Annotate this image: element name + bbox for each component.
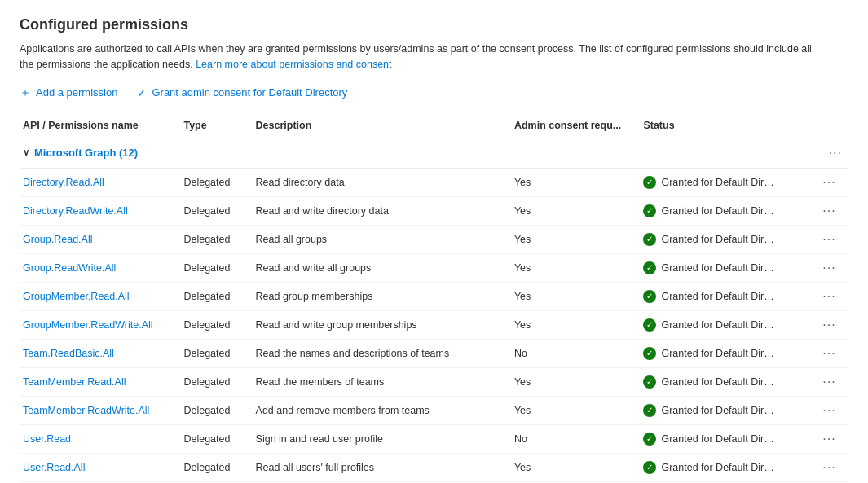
col-header-api: API / Permissions name xyxy=(20,113,180,138)
table-row: User.Read Delegated Sign in and read use… xyxy=(20,424,848,453)
permission-description: Sign in and read user profile xyxy=(253,424,511,453)
permission-consent: No xyxy=(511,339,641,367)
permission-name-link[interactable]: TeamMember.ReadWrite.All xyxy=(23,405,149,416)
status-text: Granted for Default Dire... xyxy=(661,319,775,331)
granted-icon: ✓ xyxy=(643,375,656,389)
col-header-consent: Admin consent requ... xyxy=(511,113,641,138)
group-more-button[interactable]: ··· xyxy=(826,145,845,161)
permission-description: Read the members of teams xyxy=(253,367,511,396)
permission-type: Delegated xyxy=(180,453,252,481)
permission-consent: No xyxy=(511,424,641,453)
page-title: Configured permissions xyxy=(20,16,848,33)
permission-description: Read group memberships xyxy=(253,282,511,310)
table-row: Group.Read.All Delegated Read all groups… xyxy=(20,225,848,253)
permission-consent: Yes xyxy=(511,310,641,339)
permission-description: Read and write group memberships xyxy=(253,310,511,339)
row-more-button[interactable]: ··· xyxy=(819,203,839,219)
table-row: User.Read.All Delegated Read all users' … xyxy=(20,453,848,481)
description-text: Applications are authorized to call APIs… xyxy=(20,43,812,70)
table-row: TeamMember.Read.All Delegated Read the m… xyxy=(20,367,848,396)
group-row-microsoft-graph: ∨ Microsoft Graph (12) ··· xyxy=(20,138,848,168)
permission-name-link[interactable]: Directory.Read.All xyxy=(23,177,104,188)
status-text: Granted for Default Dire... xyxy=(661,348,775,359)
permission-name-link[interactable]: GroupMember.ReadWrite.All xyxy=(23,319,153,331)
status-text: Granted for Default Dire... xyxy=(661,262,775,274)
permission-type: Delegated xyxy=(180,367,252,396)
permission-consent: Yes xyxy=(511,168,641,196)
row-more-button[interactable]: ··· xyxy=(819,231,839,248)
row-more-button[interactable]: ··· xyxy=(819,174,839,191)
status-text: Granted for Default Dire... xyxy=(661,205,775,217)
granted-icon: ✓ xyxy=(643,347,656,360)
grant-consent-button[interactable]: ✓ Grant admin consent for Default Direct… xyxy=(137,86,347,99)
row-more-button[interactable]: ··· xyxy=(819,317,839,333)
plus-icon: ＋ xyxy=(20,86,31,100)
checkmark-icon: ✓ xyxy=(137,86,147,99)
status-text: Granted for Default Dire... xyxy=(661,234,775,245)
permission-name-link[interactable]: Group.ReadWrite.All xyxy=(23,262,116,274)
permission-type: Delegated xyxy=(180,424,252,453)
permission-name-link[interactable]: Directory.ReadWrite.All xyxy=(23,205,128,217)
permission-type: Delegated xyxy=(180,310,252,339)
permission-description: Read the names and descriptions of teams xyxy=(253,339,511,367)
table-row: Directory.ReadWrite.All Delegated Read a… xyxy=(20,196,848,225)
row-more-button[interactable]: ··· xyxy=(819,459,839,476)
group-label-link[interactable]: Microsoft Graph (12) xyxy=(34,147,138,159)
permission-type: Delegated xyxy=(180,225,252,253)
granted-icon: ✓ xyxy=(643,204,656,217)
permission-type: Delegated xyxy=(180,168,252,196)
chevron-down-icon: ∨ xyxy=(23,147,29,158)
permission-consent: Yes xyxy=(511,225,641,253)
table-row: GroupMember.Read.All Delegated Read grou… xyxy=(20,282,848,310)
table-row: Group.ReadWrite.All Delegated Read and w… xyxy=(20,253,848,282)
permission-name-link[interactable]: TeamMember.Read.All xyxy=(23,376,126,388)
col-header-description: Description xyxy=(253,113,511,138)
learn-more-link[interactable]: Learn more about permissions and consent xyxy=(196,59,391,70)
granted-icon: ✓ xyxy=(643,176,656,189)
permission-name-link[interactable]: User.Read xyxy=(23,433,71,445)
permission-type: Delegated xyxy=(180,339,252,367)
col-header-status: Status xyxy=(640,113,816,138)
permission-name-link[interactable]: User.Read.All xyxy=(23,462,85,473)
table-row: Directory.Read.All Delegated Read direct… xyxy=(20,168,848,196)
permission-consent: Yes xyxy=(511,253,641,282)
permission-description: Read and write all groups xyxy=(253,253,511,282)
col-header-actions xyxy=(816,113,848,138)
row-more-button[interactable]: ··· xyxy=(819,431,839,447)
permission-type: Delegated xyxy=(180,282,252,310)
status-text: Granted for Default Dire... xyxy=(661,376,775,388)
permission-consent: Yes xyxy=(511,367,641,396)
table-row: GroupMember.ReadWrite.All Delegated Read… xyxy=(20,310,848,339)
permission-description: Read all users' full profiles xyxy=(253,453,511,481)
granted-icon: ✓ xyxy=(643,318,656,332)
row-more-button[interactable]: ··· xyxy=(819,288,839,305)
permission-name-link[interactable]: Team.ReadBasic.All xyxy=(23,348,114,359)
permission-description: Read and write directory data xyxy=(253,196,511,225)
granted-icon: ✓ xyxy=(643,433,656,446)
permission-type: Delegated xyxy=(180,196,252,225)
granted-icon: ✓ xyxy=(643,290,656,303)
status-text: Granted for Default Dire... xyxy=(661,177,775,188)
granted-icon: ✓ xyxy=(643,404,656,417)
granted-icon: ✓ xyxy=(643,261,656,274)
permission-description: Read all groups xyxy=(253,225,511,253)
status-text: Granted for Default Dire... xyxy=(661,433,775,445)
permission-name-link[interactable]: Group.Read.All xyxy=(23,234,92,245)
permission-description: Add and remove members from teams xyxy=(253,396,511,424)
row-more-button[interactable]: ··· xyxy=(819,374,839,390)
table-row: Team.ReadBasic.All Delegated Read the na… xyxy=(20,339,848,367)
page-description: Applications are authorized to call APIs… xyxy=(20,42,818,72)
status-text: Granted for Default Dire... xyxy=(661,405,775,416)
permission-consent: Yes xyxy=(511,282,641,310)
status-text: Granted for Default Dire... xyxy=(661,462,775,473)
permission-consent: Yes xyxy=(511,396,641,424)
row-more-button[interactable]: ··· xyxy=(819,260,839,276)
col-header-type: Type xyxy=(180,113,252,138)
permission-name-link[interactable]: GroupMember.Read.All xyxy=(23,291,130,302)
status-text: Granted for Default Dire... xyxy=(661,291,775,302)
add-permission-button[interactable]: ＋ Add a permission xyxy=(20,86,117,100)
row-more-button[interactable]: ··· xyxy=(819,345,839,362)
row-more-button[interactable]: ··· xyxy=(819,402,839,419)
permission-type: Delegated xyxy=(180,396,252,424)
toolbar: ＋ Add a permission ✓ Grant admin consent… xyxy=(20,86,848,100)
